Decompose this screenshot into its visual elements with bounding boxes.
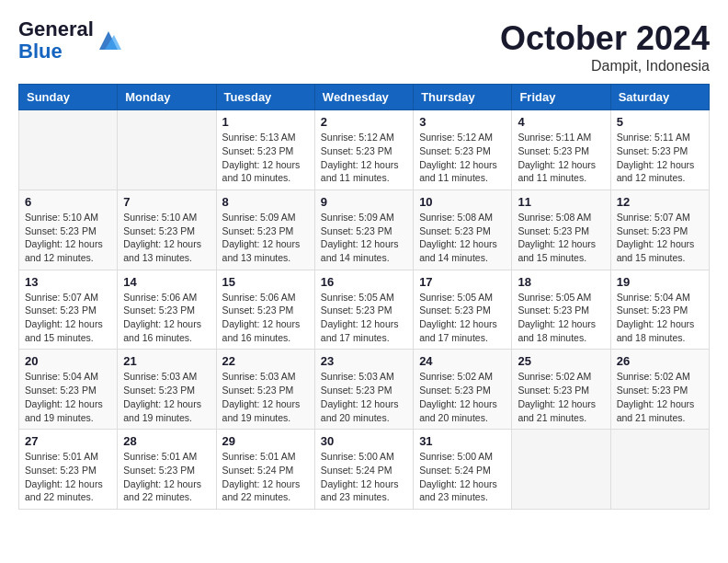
day-info: Sunrise: 5:05 AM Sunset: 5:23 PM Dayligh… bbox=[518, 291, 604, 345]
calendar-day-cell: 26Sunrise: 5:02 AM Sunset: 5:23 PM Dayli… bbox=[610, 350, 709, 430]
day-number: 17 bbox=[419, 275, 506, 289]
day-number: 5 bbox=[617, 115, 703, 129]
day-number: 1 bbox=[222, 115, 309, 129]
calendar-day-cell: 20Sunrise: 5:04 AM Sunset: 5:23 PM Dayli… bbox=[19, 350, 118, 430]
day-info: Sunrise: 5:07 AM Sunset: 5:23 PM Dayligh… bbox=[617, 211, 703, 265]
day-number: 22 bbox=[222, 354, 309, 368]
day-info: Sunrise: 5:09 AM Sunset: 5:23 PM Dayligh… bbox=[321, 211, 407, 265]
day-number: 14 bbox=[123, 275, 210, 289]
day-number: 8 bbox=[222, 195, 309, 209]
calendar-day-cell: 28Sunrise: 5:01 AM Sunset: 5:23 PM Dayli… bbox=[118, 430, 216, 510]
calendar-week-row: 6Sunrise: 5:10 AM Sunset: 5:23 PM Daylig… bbox=[19, 190, 710, 270]
day-info: Sunrise: 5:00 AM Sunset: 5:24 PM Dayligh… bbox=[419, 450, 506, 504]
calendar-day-cell: 9Sunrise: 5:09 AM Sunset: 5:23 PM Daylig… bbox=[314, 190, 413, 270]
day-info: Sunrise: 5:02 AM Sunset: 5:23 PM Dayligh… bbox=[419, 370, 506, 424]
day-number: 3 bbox=[419, 115, 506, 129]
location: Dampit, Indonesia bbox=[500, 58, 710, 75]
day-info: Sunrise: 5:04 AM Sunset: 5:23 PM Dayligh… bbox=[617, 291, 703, 345]
calendar-day-cell bbox=[512, 430, 610, 510]
day-number: 7 bbox=[123, 195, 210, 209]
calendar-day-cell: 6Sunrise: 5:10 AM Sunset: 5:23 PM Daylig… bbox=[19, 190, 118, 270]
calendar-day-cell: 1Sunrise: 5:13 AM Sunset: 5:23 PM Daylig… bbox=[216, 110, 314, 190]
day-number: 6 bbox=[25, 195, 111, 209]
logo: General Blue bbox=[18, 18, 121, 63]
day-number: 13 bbox=[25, 275, 111, 289]
day-info: Sunrise: 5:02 AM Sunset: 5:23 PM Dayligh… bbox=[518, 370, 604, 424]
page-header: General Blue October 2024 Dampit, Indone… bbox=[18, 18, 710, 75]
day-number: 11 bbox=[518, 195, 604, 209]
calendar-day-cell: 4Sunrise: 5:11 AM Sunset: 5:23 PM Daylig… bbox=[512, 110, 610, 190]
day-of-week-header: Thursday bbox=[414, 85, 512, 110]
day-info: Sunrise: 5:03 AM Sunset: 5:23 PM Dayligh… bbox=[222, 370, 309, 424]
day-of-week-header: Wednesday bbox=[314, 85, 413, 110]
day-number: 26 bbox=[617, 354, 703, 368]
calendar-day-cell: 30Sunrise: 5:00 AM Sunset: 5:24 PM Dayli… bbox=[314, 430, 413, 510]
day-number: 18 bbox=[518, 275, 604, 289]
day-info: Sunrise: 5:00 AM Sunset: 5:24 PM Dayligh… bbox=[321, 450, 407, 504]
day-number: 10 bbox=[419, 195, 506, 209]
calendar-day-cell: 11Sunrise: 5:08 AM Sunset: 5:23 PM Dayli… bbox=[512, 190, 610, 270]
day-info: Sunrise: 5:05 AM Sunset: 5:23 PM Dayligh… bbox=[419, 291, 506, 345]
day-info: Sunrise: 5:01 AM Sunset: 5:24 PM Dayligh… bbox=[222, 450, 309, 504]
calendar-day-cell: 27Sunrise: 5:01 AM Sunset: 5:23 PM Dayli… bbox=[19, 430, 118, 510]
day-info: Sunrise: 5:12 AM Sunset: 5:23 PM Dayligh… bbox=[321, 131, 407, 185]
day-number: 29 bbox=[222, 434, 309, 448]
calendar-table: SundayMondayTuesdayWednesdayThursdayFrid… bbox=[18, 84, 710, 510]
day-info: Sunrise: 5:01 AM Sunset: 5:23 PM Dayligh… bbox=[25, 450, 111, 504]
month-title: October 2024 bbox=[500, 18, 710, 58]
day-number: 30 bbox=[321, 434, 407, 448]
calendar-day-cell: 22Sunrise: 5:03 AM Sunset: 5:23 PM Dayli… bbox=[216, 350, 314, 430]
day-number: 20 bbox=[25, 354, 111, 368]
calendar-day-cell: 29Sunrise: 5:01 AM Sunset: 5:24 PM Dayli… bbox=[216, 430, 314, 510]
day-number: 24 bbox=[419, 354, 506, 368]
day-info: Sunrise: 5:07 AM Sunset: 5:23 PM Dayligh… bbox=[25, 291, 111, 345]
calendar-day-cell: 21Sunrise: 5:03 AM Sunset: 5:23 PM Dayli… bbox=[118, 350, 216, 430]
day-number: 9 bbox=[321, 195, 407, 209]
title-section: October 2024 Dampit, Indonesia bbox=[500, 18, 710, 75]
day-info: Sunrise: 5:06 AM Sunset: 5:23 PM Dayligh… bbox=[222, 291, 309, 345]
day-number: 31 bbox=[419, 434, 506, 448]
day-info: Sunrise: 5:03 AM Sunset: 5:23 PM Dayligh… bbox=[123, 370, 210, 424]
day-info: Sunrise: 5:02 AM Sunset: 5:23 PM Dayligh… bbox=[617, 370, 703, 424]
calendar-day-cell: 24Sunrise: 5:02 AM Sunset: 5:23 PM Dayli… bbox=[414, 350, 512, 430]
calendar-week-row: 13Sunrise: 5:07 AM Sunset: 5:23 PM Dayli… bbox=[19, 270, 710, 350]
day-number: 23 bbox=[321, 354, 407, 368]
day-info: Sunrise: 5:12 AM Sunset: 5:23 PM Dayligh… bbox=[419, 131, 506, 185]
day-number: 25 bbox=[518, 354, 604, 368]
calendar-day-cell: 10Sunrise: 5:08 AM Sunset: 5:23 PM Dayli… bbox=[414, 190, 512, 270]
day-info: Sunrise: 5:08 AM Sunset: 5:23 PM Dayligh… bbox=[518, 211, 604, 265]
calendar-day-cell: 2Sunrise: 5:12 AM Sunset: 5:23 PM Daylig… bbox=[314, 110, 413, 190]
day-of-week-header: Monday bbox=[118, 85, 216, 110]
calendar-day-cell: 25Sunrise: 5:02 AM Sunset: 5:23 PM Dayli… bbox=[512, 350, 610, 430]
day-number: 27 bbox=[25, 434, 111, 448]
day-info: Sunrise: 5:01 AM Sunset: 5:23 PM Dayligh… bbox=[123, 450, 210, 504]
day-number: 15 bbox=[222, 275, 309, 289]
calendar-day-cell: 8Sunrise: 5:09 AM Sunset: 5:23 PM Daylig… bbox=[216, 190, 314, 270]
calendar-day-cell bbox=[610, 430, 709, 510]
calendar-day-cell: 31Sunrise: 5:00 AM Sunset: 5:24 PM Dayli… bbox=[414, 430, 512, 510]
day-info: Sunrise: 5:10 AM Sunset: 5:23 PM Dayligh… bbox=[25, 211, 111, 265]
calendar-day-cell: 15Sunrise: 5:06 AM Sunset: 5:23 PM Dayli… bbox=[216, 270, 314, 350]
logo-general-text: General bbox=[18, 17, 94, 40]
calendar-day-cell: 16Sunrise: 5:05 AM Sunset: 5:23 PM Dayli… bbox=[314, 270, 413, 350]
day-of-week-header: Saturday bbox=[610, 85, 709, 110]
day-number: 28 bbox=[123, 434, 210, 448]
calendar-day-cell: 23Sunrise: 5:03 AM Sunset: 5:23 PM Dayli… bbox=[314, 350, 413, 430]
calendar-day-cell: 14Sunrise: 5:06 AM Sunset: 5:23 PM Dayli… bbox=[118, 270, 216, 350]
day-info: Sunrise: 5:05 AM Sunset: 5:23 PM Dayligh… bbox=[321, 291, 407, 345]
calendar-week-row: 1Sunrise: 5:13 AM Sunset: 5:23 PM Daylig… bbox=[19, 110, 710, 190]
logo-blue-text: Blue bbox=[18, 40, 63, 63]
calendar-header-row: SundayMondayTuesdayWednesdayThursdayFrid… bbox=[19, 85, 710, 110]
day-number: 2 bbox=[321, 115, 407, 129]
calendar-day-cell: 13Sunrise: 5:07 AM Sunset: 5:23 PM Dayli… bbox=[19, 270, 118, 350]
day-info: Sunrise: 5:11 AM Sunset: 5:23 PM Dayligh… bbox=[518, 131, 604, 185]
day-of-week-header: Sunday bbox=[19, 85, 118, 110]
day-info: Sunrise: 5:11 AM Sunset: 5:23 PM Dayligh… bbox=[617, 131, 703, 185]
day-info: Sunrise: 5:10 AM Sunset: 5:23 PM Dayligh… bbox=[123, 211, 210, 265]
day-info: Sunrise: 5:04 AM Sunset: 5:23 PM Dayligh… bbox=[25, 370, 111, 424]
day-number: 4 bbox=[518, 115, 604, 129]
day-number: 19 bbox=[617, 275, 703, 289]
calendar-day-cell: 17Sunrise: 5:05 AM Sunset: 5:23 PM Dayli… bbox=[414, 270, 512, 350]
calendar-week-row: 27Sunrise: 5:01 AM Sunset: 5:23 PM Dayli… bbox=[19, 430, 710, 510]
calendar-day-cell: 5Sunrise: 5:11 AM Sunset: 5:23 PM Daylig… bbox=[610, 110, 709, 190]
